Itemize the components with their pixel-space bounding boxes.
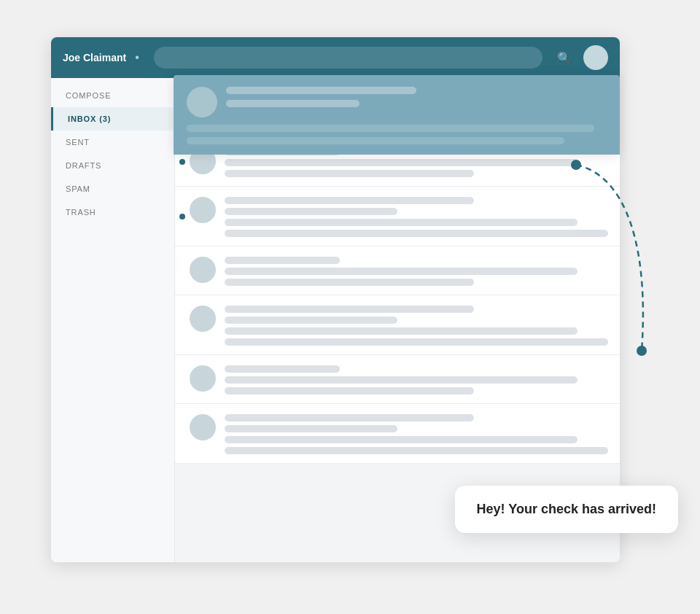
email-row[interactable] (175, 295, 620, 355)
email-preview-2 (225, 230, 608, 237)
sender-name (225, 306, 474, 313)
email-row[interactable] (175, 187, 620, 246)
search-icon[interactable]: 🔍 (557, 51, 572, 65)
email-row[interactable] (175, 404, 620, 464)
email-row[interactable] (175, 355, 620, 404)
email-preview (225, 436, 578, 443)
avatar (190, 197, 216, 223)
email-subject (225, 208, 397, 215)
email-body (225, 414, 608, 454)
sidebar-item-compose[interactable]: COMPOSE (51, 84, 174, 107)
email-body (225, 306, 608, 346)
sidebar-item-inbox[interactable]: INBOX (3) (51, 107, 174, 131)
card-preview-1 (187, 125, 594, 132)
sidebar-item-trash[interactable]: TRASH (51, 201, 174, 224)
unread-indicator (179, 214, 185, 219)
unread-indicator (179, 159, 185, 165)
user-avatar[interactable] (583, 45, 608, 70)
sender-name (225, 197, 474, 204)
card-sender (226, 87, 416, 94)
email-subject (225, 425, 397, 432)
notification-text: Hey! Your check has arrived! (477, 502, 656, 516)
sender-name (225, 257, 340, 264)
email-preview-2 (225, 338, 608, 346)
selected-email-card[interactable] (174, 75, 620, 155)
avatar (190, 414, 216, 440)
card-subject (226, 100, 359, 107)
email-body (225, 365, 608, 395)
sidebar-item-spam[interactable]: SPAM (51, 177, 174, 201)
search-bar[interactable] (154, 47, 542, 69)
sidebar-item-sent[interactable]: SENT (51, 131, 174, 154)
email-preview (225, 268, 578, 275)
avatar (190, 257, 216, 283)
email-body (225, 197, 608, 237)
email-body (225, 257, 608, 286)
card-preview-2 (187, 137, 564, 144)
scene: Joe Claimant • 🔍 COMPOSE INBOX (3) SENT … (36, 23, 664, 591)
email-preview-2 (225, 447, 608, 454)
email-preview (225, 159, 578, 166)
svg-point-1 (637, 346, 647, 356)
email-preview (225, 376, 578, 384)
email-row[interactable] (175, 246, 620, 295)
email-subject (225, 316, 397, 324)
sender-name (225, 414, 474, 421)
notification-bubble: Hey! Your check has arrived! (455, 486, 678, 533)
avatar (190, 365, 216, 392)
sidebar-item-drafts[interactable]: DRAFTS (51, 154, 174, 177)
sidebar: COMPOSE INBOX (3) SENT DRAFTS SPAM TRASH (51, 78, 175, 562)
email-preview-2 (225, 387, 474, 395)
email-preview-2 (225, 170, 474, 177)
email-preview (225, 219, 578, 226)
email-preview (225, 327, 578, 335)
card-avatar (187, 87, 217, 117)
arrow-indicator (569, 117, 664, 424)
topbar: Joe Claimant • 🔍 (51, 37, 620, 78)
sender-name (225, 365, 340, 373)
app-title: Joe Claimant (63, 52, 126, 63)
unsaved-indicator: • (135, 51, 139, 64)
email-preview-2 (225, 279, 474, 286)
avatar (190, 306, 216, 332)
